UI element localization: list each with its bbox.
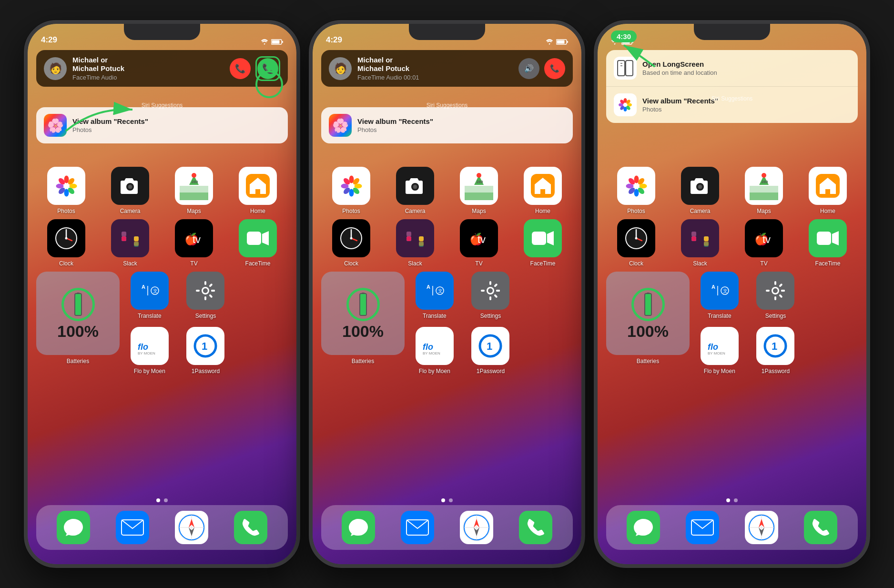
svg-rect-183 [704, 241, 709, 246]
app-camera-p2[interactable]: Camera [385, 167, 445, 214]
app-translate-p2[interactable]: A文 Translate [408, 272, 461, 319]
app-settings-p2[interactable]: Settings [465, 272, 517, 319]
app-label-batteries-p2: Batteries [352, 358, 374, 365]
call-name-2: Michael orMichael Potuck [357, 56, 513, 73]
status-time-2: 4:29 [326, 35, 342, 45]
siri-item-longscreen[interactable]: Open LongScreen Based on time and locati… [606, 50, 858, 87]
decline-button[interactable]: 📞 [230, 58, 251, 79]
app-clock[interactable]: Clock [36, 219, 96, 267]
siri-subtitle-2: Photos [357, 126, 565, 133]
svg-rect-168 [750, 193, 778, 200]
app-facetime-p2[interactable]: FaceTime [513, 219, 573, 267]
svg-text:280: 280 [477, 180, 483, 184]
app-photos[interactable]: Photos [36, 167, 96, 214]
battery-ring-p2 [346, 288, 380, 321]
svg-rect-192 [645, 294, 651, 315]
app-grid-row2-p2: Clock Slack 🍎tv TV [321, 219, 573, 267]
siri-label: Siri Suggestions [28, 102, 296, 109]
battery-widget-inner-p2: 100% [321, 272, 405, 355]
app-slack-p2[interactable]: Slack [385, 219, 445, 267]
status-icons-2 [546, 39, 568, 45]
siri-suggestion-double[interactable]: Open LongScreen Based on time and locati… [606, 50, 858, 123]
dock-phone-p2[interactable] [519, 511, 552, 544]
app-slack[interactable]: Slack [100, 219, 160, 267]
call-type: FaceTime Audio [72, 74, 224, 81]
camera-icon-p3 [681, 167, 719, 205]
app-label-batteries-p3: Batteries [637, 358, 659, 365]
app-tv-p3[interactable]: 🍎tv TV [734, 219, 794, 267]
mute-button[interactable]: 🔊 [518, 58, 539, 79]
app-facetime[interactable]: FaceTime [228, 219, 288, 267]
dock-messages-p3[interactable] [627, 511, 660, 544]
svg-text:BY MOEN: BY MOEN [423, 351, 440, 355]
app-grid-row1-p2: Photos Camera 280 Maps [321, 167, 573, 214]
app-photos-p2[interactable]: Photos [321, 167, 381, 214]
dock-messages[interactable] [57, 511, 90, 544]
dock-safari-p2[interactable] [460, 511, 493, 544]
app-home-p3[interactable]: Home [798, 167, 858, 214]
dock-mail-p2[interactable] [401, 511, 434, 544]
clock-icon-p3 [617, 219, 655, 257]
app-clock-p2[interactable]: Clock [321, 219, 381, 267]
dock-safari[interactable] [175, 511, 208, 544]
phone-screen-2: 4:29 🧑 Michael orMichael Potuck FaceTime… [313, 24, 581, 564]
svg-text:A: A [427, 284, 430, 290]
siri-suggestion[interactable]: 🌸 View album "Recents" Photos [36, 107, 288, 143]
safari-icon [175, 511, 208, 544]
app-translate[interactable]: A 文 Translate [123, 272, 176, 319]
mail-icon-p2 [401, 511, 434, 544]
app-slack-p3[interactable]: Slack [670, 219, 730, 267]
dock-phone-p3[interactable] [804, 511, 837, 544]
siri-title-2: View album "Recents" [357, 117, 565, 125]
siri-item-photos[interactable]: View album "Recents" Photos [606, 87, 858, 123]
app-label-slack-p2: Slack [408, 260, 422, 267]
siri-suggestion-2[interactable]: 🌸 View album "Recents" Photos [321, 107, 573, 143]
svg-text:tv: tv [193, 233, 201, 245]
dock-mail[interactable] [116, 511, 149, 544]
app-settings[interactable]: Settings [180, 272, 232, 319]
camera-icon-p2 [396, 167, 434, 205]
home-icon [239, 167, 277, 205]
app-1password-p2[interactable]: 1 1Password [465, 327, 517, 375]
siri-label-2: Siri Suggestions [313, 102, 581, 109]
app-tv-p2[interactable]: 🍎tv TV [449, 219, 509, 267]
phone-icon [234, 511, 267, 544]
svg-rect-18 [180, 193, 208, 200]
app-grid-row1: Photos Camera [36, 167, 288, 214]
app-maps-p2[interactable]: 280 Maps [449, 167, 509, 214]
dock-safari-p3[interactable] [745, 511, 778, 544]
app-camera-p3[interactable]: Camera [670, 167, 730, 214]
app-1password[interactable]: 1 1Password [180, 327, 232, 375]
app-maps[interactable]: 280 Maps [164, 167, 224, 214]
battery-widget-p3: 100% Batteries [606, 272, 690, 375]
svg-point-118 [488, 288, 493, 293]
app-camera[interactable]: Camera [100, 167, 160, 214]
dock-messages-p2[interactable] [342, 511, 375, 544]
dock-phone[interactable] [234, 511, 267, 544]
app-clock-p3[interactable]: Clock [606, 219, 666, 267]
app-photos-p3[interactable]: Photos [606, 167, 666, 214]
app-flo-p2[interactable]: floBY MOEN Flo by Moen [408, 327, 461, 375]
app-settings-p3[interactable]: Settings [750, 272, 802, 319]
app-home-p2[interactable]: Home [513, 167, 573, 214]
app-maps-p3[interactable]: 280 Maps [734, 167, 794, 214]
app-flo-p3[interactable]: floBY MOEN Flo by Moen [693, 327, 746, 375]
app-flo[interactable]: flo BY MOEN Flo by Moen [123, 327, 176, 375]
svg-rect-56 [211, 290, 215, 292]
translate-icon: A 文 [131, 272, 169, 310]
home-icon-p3 [809, 167, 847, 205]
app-translate-p3[interactable]: A文 Translate [693, 272, 746, 319]
decline-button-2[interactable]: 📞 [544, 58, 565, 79]
app-label-translate: Translate [138, 313, 162, 319]
app-label-facetime-p3: FaceTime [815, 260, 841, 267]
app-facetime-p3[interactable]: FaceTime [798, 219, 858, 267]
svg-point-15 [128, 185, 132, 189]
app-tv[interactable]: 🍎 tv TV [164, 219, 224, 267]
app-1password-p3[interactable]: 1 1Password [750, 327, 802, 375]
app-home[interactable]: Home [228, 167, 288, 214]
dock-p2 [321, 505, 573, 550]
app-label-photos: Photos [57, 208, 75, 214]
call-banner-2[interactable]: 🧑 Michael orMichael Potuck FaceTime Audi… [321, 50, 573, 87]
dock-mail-p3[interactable] [686, 511, 719, 544]
call-banner[interactable]: 🧑 Michael orMichael Potuck FaceTime Audi… [36, 50, 288, 87]
